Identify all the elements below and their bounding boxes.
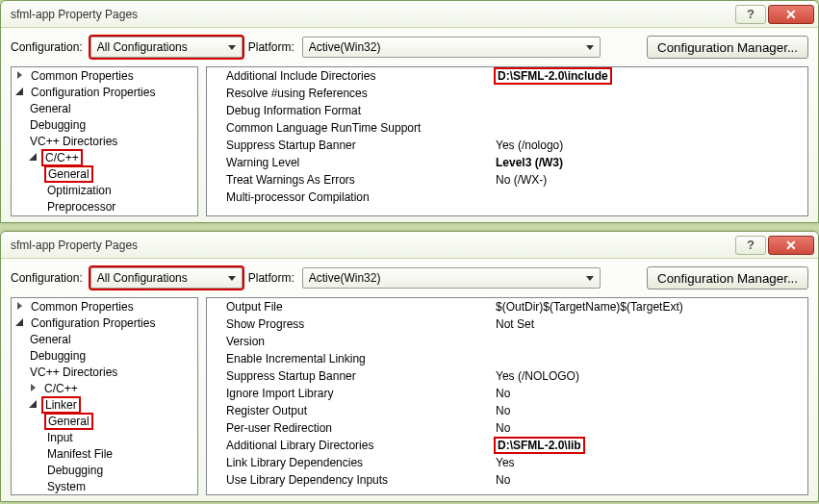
- expand-icon[interactable]: [15, 70, 26, 81]
- close-button[interactable]: ✕: [768, 236, 814, 255]
- tree-item-preprocessor[interactable]: Preprocessor: [12, 198, 197, 214]
- property-name: Multi-processor Compilation: [226, 190, 496, 204]
- property-row[interactable]: Suppress Startup BannerYes (/NOLOGO): [207, 367, 807, 385]
- configuration-label: Configuration:: [11, 40, 83, 54]
- property-row[interactable]: Suppress Startup BannerYes (/nologo): [207, 137, 807, 154]
- collapse-icon[interactable]: [29, 152, 39, 163]
- property-name: Per-user Redirection: [226, 421, 496, 435]
- expand-icon[interactable]: [29, 383, 39, 393]
- property-value: No: [496, 473, 510, 487]
- property-row[interactable]: Additional Library DirectoriesD:\SFML-2.…: [207, 437, 807, 454]
- property-grid[interactable]: Output File$(OutDir)$(TargetName)$(Targe…: [206, 297, 808, 495]
- configuration-value: All Configurations: [97, 40, 188, 54]
- property-pages-window-2: sfml-app Property Pages ? ✕ Configuratio…: [0, 231, 819, 502]
- tree-item-general[interactable]: General: [12, 100, 197, 116]
- tree-item-linker[interactable]: Linker: [12, 396, 197, 413]
- configuration-manager-button[interactable]: Configuration Manager...: [647, 266, 808, 290]
- property-value: Yes: [496, 456, 515, 469]
- tree-item-configuration-properties[interactable]: Configuration Properties: [12, 315, 197, 331]
- titlebar[interactable]: sfml-app Property Pages ? ✕: [1, 232, 818, 259]
- property-name: Additional Library Directories: [226, 439, 496, 452]
- collapse-icon[interactable]: [15, 87, 26, 97]
- platform-dropdown[interactable]: Active(Win32): [302, 267, 601, 289]
- property-name: Treat Warnings As Errors: [226, 173, 496, 187]
- configuration-dropdown[interactable]: All Configurations: [90, 267, 243, 289]
- tree-item-debugging[interactable]: Debugging: [12, 347, 197, 364]
- property-value: No: [496, 421, 510, 435]
- help-button[interactable]: ?: [735, 236, 766, 255]
- configuration-value: All Configurations: [97, 271, 188, 285]
- property-name: Version: [226, 335, 496, 348]
- property-row[interactable]: Common Language RunTime Support: [207, 119, 807, 137]
- tree-item-system[interactable]: System: [12, 478, 197, 494]
- configuration-label: Configuration:: [11, 271, 83, 285]
- tree-item-general[interactable]: General: [12, 331, 197, 347]
- property-row[interactable]: Per-user RedirectionNo: [207, 419, 807, 437]
- platform-dropdown[interactable]: Active(Win32): [302, 37, 601, 58]
- property-tree[interactable]: Common Properties Configuration Properti…: [11, 297, 198, 495]
- tree-item-input[interactable]: Input: [12, 429, 197, 445]
- configuration-dropdown[interactable]: All Configurations: [90, 37, 243, 58]
- tree-item-common-properties[interactable]: Common Properties: [12, 67, 197, 84]
- tree-item-linker-debugging[interactable]: Debugging: [12, 462, 197, 478]
- property-row[interactable]: Ignore Import LibraryNo: [207, 385, 807, 402]
- property-row[interactable]: Show ProgressNot Set: [207, 315, 807, 333]
- platform-value: Active(Win32): [309, 40, 381, 54]
- tree-item-vc-directories[interactable]: VC++ Directories: [12, 133, 197, 149]
- property-grid[interactable]: Additional Include DirectoriesD:\SFML-2.…: [206, 66, 808, 216]
- configuration-manager-button[interactable]: Configuration Manager...: [647, 36, 808, 59]
- tree-item-ccpp[interactable]: C/C++: [12, 149, 197, 165]
- property-row[interactable]: Additional Include DirectoriesD:\SFML-2.…: [207, 67, 807, 85]
- property-row[interactable]: Link Library DependenciesYes: [207, 454, 807, 471]
- titlebar[interactable]: sfml-app Property Pages ? ✕: [1, 1, 818, 28]
- property-name: Ignore Import Library: [226, 387, 496, 400]
- property-name: Enable Incremental Linking: [226, 352, 496, 365]
- property-value: No: [496, 404, 510, 417]
- property-value: D:\SFML-2.0\lib: [496, 439, 583, 452]
- tree-item-manifest-file[interactable]: Manifest File: [12, 445, 197, 462]
- expand-icon[interactable]: [15, 301, 26, 312]
- property-row[interactable]: Treat Warnings As ErrorsNo (/WX-): [207, 171, 807, 189]
- property-name: Show Progress: [226, 317, 496, 331]
- property-name: Debug Information Format: [226, 104, 496, 117]
- property-name: Warning Level: [226, 156, 496, 169]
- tree-item-linker-general[interactable]: General: [12, 413, 197, 429]
- property-row[interactable]: Register OutputNo: [207, 402, 807, 419]
- tree-item-optimization[interactable]: Optimization: [12, 182, 197, 198]
- property-row[interactable]: Warning LevelLevel3 (/W3): [207, 154, 807, 171]
- property-value: No: [496, 387, 510, 400]
- property-value: Not Set: [496, 317, 534, 331]
- property-row[interactable]: Use Library Dependency InputsNo: [207, 471, 807, 489]
- property-value: No (/WX-): [496, 173, 547, 187]
- tree-item-ccpp[interactable]: C/C++: [12, 380, 197, 396]
- property-name: Use Library Dependency Inputs: [226, 473, 496, 487]
- help-button[interactable]: ?: [735, 5, 766, 24]
- config-toolbar: Configuration: All Configurations Platfo…: [1, 28, 818, 66]
- property-name: Resolve #using References: [226, 87, 496, 100]
- property-value: Yes (/nologo): [496, 139, 563, 152]
- platform-value: Active(Win32): [309, 271, 381, 285]
- property-name: Output File: [226, 300, 496, 314]
- property-tree[interactable]: Common Properties Configuration Properti…: [11, 66, 198, 216]
- property-row[interactable]: Resolve #using References: [207, 85, 807, 102]
- collapse-icon[interactable]: [15, 317, 26, 328]
- property-row[interactable]: Version: [207, 333, 807, 350]
- collapse-icon[interactable]: [29, 399, 39, 410]
- property-value: Level3 (/W3): [496, 156, 563, 169]
- property-row[interactable]: Output File$(OutDir)$(TargetName)$(Targe…: [207, 298, 807, 315]
- close-button[interactable]: ✕: [768, 5, 814, 24]
- property-name: Link Library Dependencies: [226, 456, 496, 469]
- property-row[interactable]: Enable Incremental Linking: [207, 350, 807, 367]
- tree-item-common-properties[interactable]: Common Properties: [12, 298, 197, 315]
- property-row[interactable]: Debug Information Format: [207, 102, 807, 119]
- property-name: Suppress Startup Banner: [226, 369, 496, 383]
- platform-label: Platform:: [248, 271, 294, 285]
- property-name: Register Output: [226, 404, 496, 417]
- property-name: Additional Include Directories: [226, 69, 496, 83]
- tree-item-ccpp-general[interactable]: General: [12, 165, 197, 182]
- property-row[interactable]: Multi-processor Compilation: [207, 189, 807, 206]
- tree-item-debugging[interactable]: Debugging: [12, 116, 197, 133]
- window-title: sfml-app Property Pages: [11, 8, 733, 21]
- tree-item-configuration-properties[interactable]: Configuration Properties: [12, 84, 197, 100]
- tree-item-vc-directories[interactable]: VC++ Directories: [12, 364, 197, 380]
